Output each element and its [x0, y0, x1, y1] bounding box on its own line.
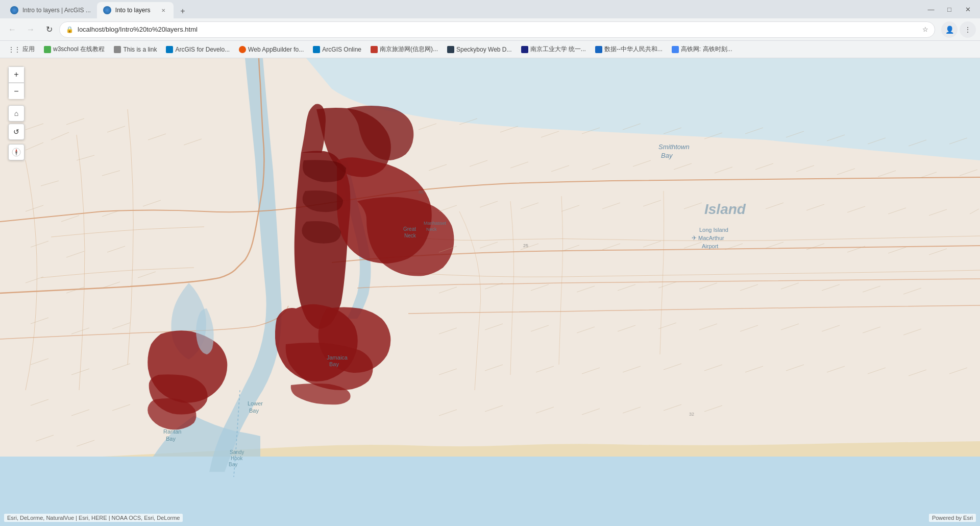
bookmark-webappbuilder-label: Web AppBuilder fo...	[248, 46, 304, 53]
bookmark-thislink-label: This is a link	[123, 46, 157, 53]
bookmark-thislink[interactable]: This is a link	[110, 44, 161, 55]
tab-arcgis[interactable]: Intro to layers | ArcGIS ...	[4, 2, 97, 18]
tab-arcgis-title: Intro to layers | ArcGIS ...	[22, 7, 91, 14]
zoom-in-button[interactable]: +	[8, 66, 24, 83]
bookmark-speckyboy[interactable]: Speckyboy Web D...	[443, 44, 516, 55]
nav-right-icons: 👤 ⋮	[941, 21, 976, 38]
svg-text:86: 86	[419, 189, 424, 195]
back-button[interactable]: ←	[4, 21, 20, 38]
home-button[interactable]: ⌂	[8, 105, 24, 122]
svg-text:Sandy: Sandy	[230, 449, 244, 455]
bookmark-w3school[interactable]: w3school 在线教程	[40, 43, 109, 56]
svg-text:Manhasset: Manhasset	[424, 221, 447, 226]
svg-text:Neck: Neck	[404, 233, 416, 238]
svg-text:✈: ✈	[692, 234, 697, 242]
tab-intro-title: Into to layers	[115, 7, 155, 14]
map-attribution: Esri, DeLorme, NaturalVue | Esri, HERE |…	[4, 514, 183, 522]
smithtown-bay-label: Smithtown	[658, 143, 690, 151]
bookmark-njtech[interactable]: 南京工业大学 统一...	[517, 43, 590, 56]
arcgis-dev-icon	[166, 46, 173, 53]
svg-text:Bay: Bay	[329, 361, 339, 367]
title-bar: Intro to layers | ArcGIS ... Into to lay…	[0, 0, 980, 18]
address-text: localhost/blog/Intro%20to%20layers.html	[78, 26, 918, 33]
map-container[interactable]: Smithtown Bay Island Long Island MacArth…	[0, 58, 980, 526]
svg-text:Jamaica: Jamaica	[327, 354, 348, 361]
svg-point-158	[16, 152, 17, 153]
reload-button[interactable]: ↻	[41, 21, 57, 38]
bookmark-nanjing-travel-label: 南京旅游网(信息网)...	[380, 45, 438, 54]
maximize-button[interactable]: □	[941, 1, 958, 17]
speckyboy-icon	[447, 46, 454, 53]
arcgis-online-icon	[313, 46, 320, 53]
svg-text:Great: Great	[403, 226, 416, 232]
bookmark-webappbuilder[interactable]: Web AppBuilder fo...	[235, 44, 308, 55]
svg-text:Neck: Neck	[426, 227, 437, 232]
svg-text:MacArthur: MacArthur	[698, 235, 724, 241]
bookmark-data-label: 数据--中华人民共和...	[604, 45, 663, 54]
bookmark-arcgis-dev[interactable]: ArcGIS for Develo...	[162, 44, 234, 55]
compass-button[interactable]	[8, 144, 24, 160]
forward-button[interactable]: →	[22, 21, 39, 38]
minimize-button[interactable]: —	[923, 1, 939, 17]
svg-text:Bay: Bay	[229, 462, 237, 467]
bookmark-data[interactable]: 数据--中华人民共和...	[591, 43, 667, 56]
window-controls: — □ ✕	[923, 1, 976, 17]
bookmark-arcgis-dev-label: ArcGIS for Develo...	[175, 46, 230, 53]
nanjing-travel-icon	[371, 46, 378, 53]
svg-text:Airport: Airport	[702, 243, 718, 249]
bookmark-speckyboy-label: Speckyboy Web D...	[456, 46, 512, 53]
zoom-controls: + −	[8, 66, 24, 99]
close-button[interactable]: ✕	[960, 1, 976, 17]
svg-text:Long Island: Long Island	[699, 227, 728, 233]
svg-text:Lower: Lower	[248, 400, 263, 407]
bookmark-gaotie[interactable]: 高铁网: 高铁时刻...	[668, 43, 737, 56]
w3school-icon	[44, 46, 51, 53]
map-controls: + − ⌂ ↺	[8, 66, 24, 160]
tab-intro[interactable]: Into to layers ✕	[97, 2, 174, 18]
bookmark-njtech-label: 南京工业大学 统一...	[530, 45, 586, 54]
svg-text:Raritan: Raritan	[163, 428, 181, 435]
bookmark-star-icon[interactable]: ☆	[922, 26, 928, 33]
rotate-button[interactable]: ↺	[8, 124, 24, 140]
zoom-out-button[interactable]: −	[8, 83, 24, 99]
svg-text:Hook: Hook	[231, 456, 243, 461]
map-svg: Smithtown Bay Island Long Island MacArth…	[0, 58, 980, 526]
bookmark-w3school-label: w3school 在线教程	[53, 45, 105, 54]
svg-text:Bay: Bay	[166, 436, 176, 442]
address-bar[interactable]: 🔒 localhost/blog/Intro%20to%20layers.htm…	[59, 21, 935, 38]
gaotie-icon	[672, 46, 679, 53]
webappbuilder-icon	[239, 46, 246, 53]
tab-strip: Intro to layers | ArcGIS ... Into to lay…	[4, 0, 923, 18]
bookmarks-bar: ⋮⋮ 应用 w3school 在线教程 This is a link ArcGI…	[0, 41, 980, 58]
new-tab-button[interactable]: +	[176, 4, 190, 18]
svg-text:Island: Island	[704, 201, 746, 217]
svg-text:25: 25	[523, 243, 528, 248]
njtech-icon	[521, 46, 528, 53]
bookmark-nanjing-travel[interactable]: 南京旅游网(信息网)...	[366, 43, 442, 56]
lock-icon: 🔒	[66, 26, 74, 33]
apps-icon: ⋮⋮	[8, 46, 20, 53]
tab-arcgis-favicon	[10, 6, 18, 14]
bookmark-arcgis-online[interactable]: ArcGIS Online	[309, 44, 365, 55]
data-icon	[595, 46, 602, 53]
bookmark-apps-label: 应用	[22, 45, 35, 54]
extensions-button[interactable]: ⋮	[960, 21, 976, 38]
svg-text:32: 32	[689, 412, 694, 417]
link-icon	[114, 46, 121, 53]
nav-bar: ← → ↻ 🔒 localhost/blog/Intro%20to%20laye…	[0, 18, 980, 41]
powered-by: Powered by Esri	[929, 514, 976, 522]
svg-text:Bay: Bay	[661, 152, 673, 159]
bookmark-gaotie-label: 高铁网: 高铁时刻...	[681, 45, 732, 54]
profile-button[interactable]: 👤	[941, 21, 958, 38]
bookmark-arcgis-online-label: ArcGIS Online	[322, 46, 361, 53]
svg-text:Bay: Bay	[249, 408, 259, 414]
tab-close-button[interactable]: ✕	[159, 6, 167, 14]
tab-intro-favicon	[103, 6, 111, 14]
bookmark-apps[interactable]: ⋮⋮ 应用	[4, 43, 39, 56]
